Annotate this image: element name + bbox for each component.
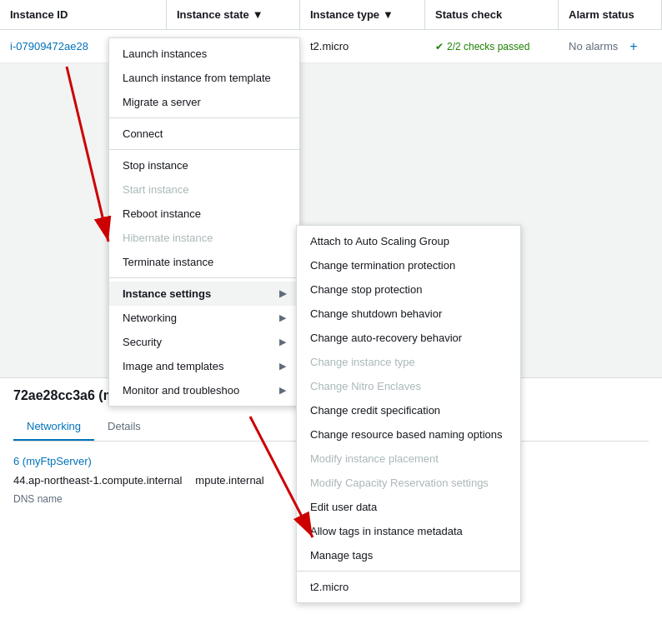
menu-item-image-templates[interactable]: Image and templates ▶ — [109, 354, 299, 378]
sub-menu-item-auto-recovery[interactable]: Change auto-recovery behavior — [297, 326, 520, 350]
submenu-arrow-icon: ▶ — [279, 312, 286, 323]
sub-menu-item-edit-user-data[interactable]: Edit user data — [297, 495, 520, 519]
add-alarm-button[interactable]: + — [624, 37, 642, 56]
column-header-status-check: Status check — [425, 0, 559, 29]
menu-item-migrate[interactable]: Migrate a server — [109, 90, 299, 114]
column-header-alarm-status: Alarm status — [559, 0, 662, 29]
detail-value-compute: 44.ap-northeast-1.compute.internal — [13, 474, 182, 487]
detail-value-compute-2: mpute.internal — [195, 474, 263, 487]
menu-divider-2 — [109, 149, 299, 150]
menu-item-start[interactable]: Start instance — [109, 177, 299, 202]
detail-value-server-name[interactable]: 6 (myFtpServer) — [13, 455, 92, 467]
sub-menu-item-instance-placement[interactable]: Modify instance placement — [297, 447, 520, 471]
sub-menu-item-manage-tags[interactable]: Manage tags — [297, 543, 520, 567]
submenu-arrow-icon: ▶ — [279, 288, 286, 299]
sub-menu-item-capacity-reservation[interactable]: Modify Capacity Reservation settings — [297, 471, 520, 495]
menu-divider-1 — [109, 117, 299, 118]
column-header-instance-type[interactable]: Instance type ▼ — [300, 0, 425, 29]
menu-item-networking[interactable]: Networking ▶ — [109, 306, 299, 330]
table-header: Instance ID Instance state ▼ Instance ty… — [0, 0, 662, 30]
menu-item-instance-settings[interactable]: Instance settings ▶ — [109, 282, 299, 306]
sub-menu-item-nitro-enclaves[interactable]: Change Nitro Enclaves — [297, 374, 520, 398]
cell-status-check: ✔ 2/2 checks passed — [425, 30, 559, 62]
submenu-arrow-icon: ▶ — [279, 337, 286, 347]
submenu-arrow-icon: ▶ — [279, 385, 286, 396]
sub-menu-item-credit-spec[interactable]: Change credit specification — [297, 398, 520, 422]
column-header-instance-id: Instance ID — [0, 0, 167, 29]
detail-label-dns: DNS name — [13, 493, 113, 505]
cell-instance-type: t2.micro — [300, 30, 425, 62]
column-header-instance-state[interactable]: Instance state ▼ — [167, 0, 300, 29]
sub-menu-divider — [297, 571, 520, 572]
sort-icon: ▼ — [383, 8, 394, 21]
menu-item-terminate[interactable]: Terminate instance — [109, 250, 299, 274]
table-row[interactable]: i-07909472ae28 Running t2.micro ✔ 2/2 ch… — [0, 30, 662, 63]
cell-alarm-status: No alarms + — [559, 30, 662, 62]
submenu-arrow-icon: ▶ — [279, 361, 286, 372]
menu-item-stop[interactable]: Stop instance — [109, 153, 299, 177]
instance-id-link[interactable]: i-07909472ae28 — [10, 40, 88, 52]
instance-detail-title: 72ae28cc3a6 (m — [13, 388, 115, 403]
menu-item-monitor[interactable]: Monitor and troubleshoo ▶ — [109, 378, 299, 402]
menu-item-launch-from-template[interactable]: Launch instance from template — [109, 66, 299, 90]
menu-item-security[interactable]: Security ▶ — [109, 330, 299, 354]
sub-menu-item-auto-scaling[interactable]: Attach to Auto Scaling Group — [297, 229, 520, 253]
menu-item-hibernate[interactable]: Hibernate instance — [109, 226, 299, 250]
sort-icon: ▼ — [253, 8, 263, 21]
context-menu-instance-settings: Attach to Auto Scaling Group Change term… — [296, 225, 521, 603]
check-icon: ✔ — [435, 41, 444, 52]
sub-menu-item-naming-options[interactable]: Change resource based naming options — [297, 422, 520, 447]
sub-menu-item-change-type[interactable]: Change instance type — [297, 350, 520, 374]
sub-menu-item-termination-protection[interactable]: Change termination protection — [297, 253, 520, 277]
menu-divider-3 — [109, 277, 299, 278]
table-empty-area — [0, 63, 662, 113]
sub-menu-item-tags-metadata[interactable]: Allow tags in instance metadata — [297, 519, 520, 543]
sub-menu-item-t2-micro[interactable]: t2.micro — [297, 575, 520, 599]
tab-networking[interactable]: Networking — [13, 413, 94, 441]
sub-menu-item-stop-protection[interactable]: Change stop protection — [297, 277, 520, 302]
menu-item-connect[interactable]: Connect — [109, 122, 299, 146]
context-menu-main: Launch instances Launch instance from te… — [108, 37, 300, 407]
check-passed: ✔ 2/2 checks passed — [435, 41, 529, 52]
menu-item-reboot[interactable]: Reboot instance — [109, 202, 299, 226]
menu-item-launch-instances[interactable]: Launch instances — [109, 42, 299, 66]
sub-menu-item-shutdown-behavior[interactable]: Change shutdown behavior — [297, 302, 520, 326]
tab-details[interactable]: Details — [94, 413, 154, 441]
no-alarms-label: No alarms — [569, 40, 618, 52]
